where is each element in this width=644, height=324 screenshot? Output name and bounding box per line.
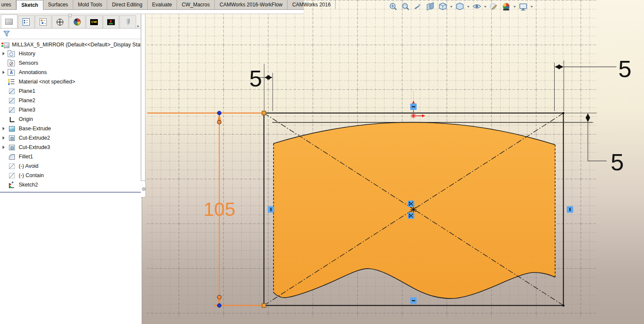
camworks-feature-tree-tab[interactable]: CW — [86, 15, 103, 28]
edit-appearance-icon[interactable] — [488, 1, 499, 12]
tree-item-origin[interactable]: Origin — [0, 115, 141, 124]
cut-extrude-icon — [8, 135, 16, 142]
tab-features[interactable]: ures — [0, 0, 16, 9]
toolbar-strip — [0, 10, 304, 14]
dimension-value: 5 — [249, 66, 262, 91]
propertymanager-tab[interactable] — [18, 15, 34, 28]
display-style-icon[interactable] — [454, 1, 465, 12]
tree-item-sensors[interactable]: Sensors — [0, 58, 141, 68]
configurationmanager-tab[interactable] — [35, 15, 51, 28]
drill-tool-icon — [126, 19, 130, 26]
dimension-arrow-grip[interactable] — [217, 295, 221, 299]
property-list-icon — [23, 18, 30, 26]
panel-collapse-handle[interactable] — [68, 14, 72, 17]
tab-camworks-workflow[interactable]: CAMWorks 2016-WorkFlow — [215, 0, 288, 9]
tree-item-contain[interactable]: (-) Contain — [0, 171, 141, 180]
vertex-point[interactable] — [562, 304, 564, 307]
hide-show-items-icon[interactable] — [471, 1, 482, 12]
fillet-icon — [8, 153, 16, 161]
heads-up-view-toolbar — [388, 1, 533, 12]
tree-item-fillet1[interactable]: Fillet1 — [0, 152, 141, 161]
camworks-operation-tree-tab[interactable] — [103, 15, 120, 28]
tab-direct-editing[interactable]: Direct Editing — [107, 0, 147, 9]
panel-divider[interactable] — [0, 192, 141, 193]
plane-icon — [8, 88, 16, 95]
tree-root-label: MILL3AX_5_MIRROR (Default<<Default>_Disp… — [12, 42, 141, 48]
tree-item-base-extrude[interactable]: Base-Extrude — [0, 124, 141, 133]
plane-icon — [8, 106, 16, 114]
expand-arrow-icon[interactable] — [3, 71, 8, 74]
sensors-folder-icon — [8, 60, 16, 67]
tree-item-cut-extrude2[interactable]: Cut-Extrude2 — [0, 133, 141, 143]
vertical-relation-badge[interactable] — [268, 206, 274, 213]
panel-flyout-handle[interactable] — [141, 181, 146, 198]
tab-cw-macros[interactable]: CW_Macros — [177, 0, 215, 9]
zoom-to-area-icon[interactable] — [400, 1, 411, 12]
horizontal-relation-badge[interactable] — [410, 298, 417, 304]
sketch-contour-icon — [8, 163, 16, 170]
configuration-icon — [40, 18, 47, 26]
tree-item-cut-extrude3[interactable]: Cut-Extrude3 — [0, 143, 141, 152]
dropdown-caret-icon[interactable] — [467, 6, 470, 8]
dropdown-caret-icon[interactable] — [513, 6, 516, 8]
sketch-contour-icon — [8, 172, 16, 179]
center-point[interactable] — [410, 206, 416, 212]
apply-scene-icon[interactable] — [501, 1, 512, 12]
tab-mold-tools[interactable]: Mold Tools — [73, 0, 107, 9]
part-document-icon — [1, 41, 9, 49]
camworks-icon: CW — [90, 19, 98, 25]
tab-surfaces[interactable]: Surfaces — [43, 0, 73, 9]
expand-arrow-icon[interactable] — [3, 52, 8, 55]
panel-lower-area — [0, 192, 142, 324]
intersection-relation-badge[interactable] — [408, 212, 414, 219]
tab-evaluate[interactable]: Evaluate — [148, 0, 177, 9]
handle-dot-icon — [142, 187, 145, 191]
featuremanager-design-tree-tab[interactable] — [1, 14, 17, 28]
camworks-tools-tab[interactable] — [120, 15, 136, 28]
expand-arrow-icon[interactable] — [3, 136, 8, 140]
dimension-endpoint-grip[interactable] — [217, 111, 221, 115]
dimension-value: 5 — [618, 55, 631, 82]
vertex-grip[interactable] — [262, 304, 266, 307]
horizontal-relation-badge[interactable] — [410, 103, 417, 110]
filter-funnel-icon[interactable] — [3, 30, 11, 37]
tree-root-item[interactable]: MILL3AX_5_MIRROR (Default<<Default>_Disp… — [0, 40, 141, 49]
tab-overflow-arrow[interactable]: ▸ — [137, 24, 140, 28]
dimension-value: 105 — [203, 198, 235, 220]
dropdown-caret-icon[interactable] — [530, 6, 533, 8]
part-icon — [5, 19, 13, 25]
tree-item-annotations[interactable]: A Annotations — [0, 68, 141, 77]
tree-item-history[interactable]: History — [0, 49, 141, 58]
vertex-point[interactable] — [562, 112, 564, 114]
intersection-relation-badge[interactable] — [408, 201, 414, 207]
tab-camworks-2016[interactable]: CAMWorks 2016 — [288, 0, 336, 9]
tree-item-plane2[interactable]: Plane2 — [0, 96, 141, 105]
expand-arrow-icon[interactable] — [3, 146, 8, 149]
origin-icon — [8, 116, 16, 123]
tree-filter-row — [0, 29, 141, 39]
vertical-relation-badge[interactable] — [567, 206, 573, 213]
tree-item-sketch2[interactable]: Sketch2 — [0, 180, 141, 189]
dropdown-caret-icon[interactable] — [450, 6, 453, 8]
tree-item-material[interactable]: Material <not specified> — [0, 77, 141, 86]
plane-icon — [8, 97, 16, 104]
dimension-endpoint-grip[interactable] — [217, 304, 221, 307]
history-folder-icon — [8, 50, 16, 57]
dimxpertmanager-tab[interactable] — [52, 15, 68, 28]
tab-sketch[interactable]: Sketch — [16, 0, 43, 10]
dropdown-caret-icon[interactable] — [484, 6, 487, 8]
expand-arrow-icon[interactable] — [3, 127, 8, 130]
view-settings-icon[interactable] — [518, 1, 529, 12]
view-orientation-icon[interactable] — [437, 1, 448, 12]
tree-item-plane3[interactable]: Plane3 — [0, 105, 141, 115]
previous-view-icon[interactable] — [413, 1, 424, 12]
panel-splitter[interactable] — [141, 13, 145, 192]
displaymanager-tab[interactable] — [69, 15, 85, 28]
dimension-arrow-grip[interactable] — [217, 120, 221, 124]
zoom-to-fit-icon[interactable] — [388, 1, 399, 12]
tree-item-avoid[interactable]: (-) Avoid — [0, 161, 141, 171]
cut-extrude-icon — [8, 144, 16, 151]
tree-item-plane1[interactable]: Plane1 — [0, 86, 141, 96]
vertex-grip[interactable] — [262, 111, 266, 115]
section-view-icon[interactable] — [425, 1, 436, 12]
